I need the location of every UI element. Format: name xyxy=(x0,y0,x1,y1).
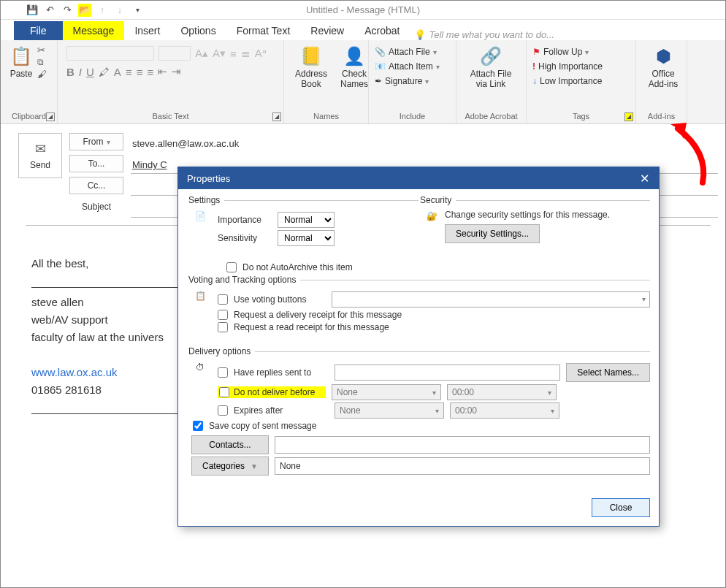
attach-via-link-button[interactable]: 🔗 Attach File via Link xyxy=(461,43,521,91)
not-before-checkbox[interactable] xyxy=(219,387,229,397)
not-before-label: Do not deliver before xyxy=(234,387,324,397)
indent-icon[interactable]: ⇥ xyxy=(172,65,181,78)
from-button[interactable]: From ▾ xyxy=(69,133,123,150)
tab-format-text[interactable]: Format Text xyxy=(226,21,301,40)
signature-icon: ✒ xyxy=(375,76,382,86)
next-icon[interactable]: ↓ xyxy=(113,4,126,17)
high-importance-button[interactable]: !High Importance xyxy=(531,61,604,72)
group-include-label: Include xyxy=(373,110,451,122)
cc-button[interactable]: Cc... xyxy=(69,177,123,194)
security-legend: Security xyxy=(419,195,456,205)
importance-select[interactable]: Normal xyxy=(278,212,335,228)
follow-up-button[interactable]: ⚑Follow Up▾ xyxy=(531,46,590,58)
styles-icon[interactable]: Aᵃ xyxy=(255,47,267,60)
replies-checkbox[interactable] xyxy=(218,367,228,378)
font-color-icon[interactable]: A xyxy=(114,66,121,78)
align-center-icon[interactable]: ≡ xyxy=(137,66,143,78)
replies-input[interactable] xyxy=(335,364,560,381)
tab-review[interactable]: Review xyxy=(300,21,354,40)
not-before-date[interactable]: None▾ xyxy=(332,384,441,400)
underline-icon[interactable]: U xyxy=(86,66,94,78)
contacts-field[interactable] xyxy=(275,436,650,454)
voting-checkbox[interactable] xyxy=(218,294,228,305)
sig-link[interactable]: www.law.ox.ac.uk xyxy=(31,366,118,378)
to-button[interactable]: To... xyxy=(69,155,123,172)
signature-button[interactable]: ✒Signature▾ xyxy=(373,75,430,87)
paperclip-icon: 📎 xyxy=(375,47,386,57)
delivery-receipt-checkbox[interactable] xyxy=(218,310,228,320)
tab-message[interactable]: Message xyxy=(63,21,125,40)
tab-acrobat[interactable]: Acrobat xyxy=(354,21,410,40)
qat-folder-icon[interactable]: 📂 xyxy=(78,4,91,17)
flag-icon: ⚑ xyxy=(532,47,540,57)
addins-icon: ⬢ xyxy=(652,45,675,68)
font-family-select[interactable] xyxy=(66,46,154,61)
properties-dialog: Properties ✕ Settings 📄 Importance Norma… xyxy=(177,167,660,527)
tell-me-search[interactable]: 💡 Tell me what you want to do... xyxy=(414,29,554,40)
expires-checkbox[interactable] xyxy=(218,405,228,416)
tab-file[interactable]: File xyxy=(14,21,63,40)
redo-icon[interactable]: ↷ xyxy=(61,4,74,17)
contacts-button[interactable]: Contacts... xyxy=(191,435,269,454)
read-receipt-checkbox[interactable] xyxy=(218,322,228,332)
highlight-icon[interactable]: 🖍 xyxy=(99,66,110,78)
bold-icon[interactable]: B xyxy=(66,66,74,78)
security-icon: 🔐 xyxy=(419,210,445,243)
save-icon[interactable]: 💾 xyxy=(26,4,39,17)
attach-file-label: Attach File xyxy=(389,47,430,57)
categories-button[interactable]: Categories▼ xyxy=(191,457,269,476)
office-addins-button[interactable]: ⬢ Office Add-ins xyxy=(641,43,686,91)
prev-icon[interactable]: ↑ xyxy=(96,4,109,17)
copy-icon[interactable]: ⧉ xyxy=(37,57,47,67)
tell-me-placeholder: Tell me what you want to do... xyxy=(429,29,554,40)
tab-insert[interactable]: Insert xyxy=(124,21,170,40)
sensitivity-label: Sensitivity xyxy=(218,233,272,243)
low-importance-button[interactable]: ↓Low Importance xyxy=(531,75,603,87)
dialog-close-icon[interactable]: ✕ xyxy=(635,169,653,187)
address-book-label: Address Book xyxy=(293,69,329,90)
group-basictext-label: Basic Text xyxy=(62,110,279,122)
sensitivity-select[interactable]: Normal xyxy=(278,230,335,246)
security-settings-button[interactable]: Security Settings... xyxy=(445,224,540,243)
shrink-font-icon[interactable]: A▾ xyxy=(213,47,226,60)
bullets-icon[interactable]: ≡ xyxy=(230,47,237,60)
tab-options[interactable]: Options xyxy=(170,21,226,40)
settings-legend: Settings xyxy=(187,195,224,205)
to-recipient[interactable]: Mindy C xyxy=(132,159,167,170)
not-before-time[interactable]: 00:00▾ xyxy=(447,384,557,400)
replies-label: Have replies sent to xyxy=(234,367,329,378)
basictext-launcher[interactable]: ◢ xyxy=(272,112,281,121)
autoarchive-checkbox[interactable] xyxy=(226,262,237,272)
numbering-icon[interactable]: ≣ xyxy=(241,47,251,60)
low-importance-icon: ↓ xyxy=(532,76,537,86)
italic-icon[interactable]: I xyxy=(79,66,82,78)
security-desc: Change security settings for this messag… xyxy=(445,210,650,220)
format-painter-icon[interactable]: 🖌 xyxy=(37,69,47,80)
align-left-icon[interactable]: ≡ xyxy=(126,66,132,78)
paste-button[interactable]: 📋 Paste xyxy=(5,43,37,81)
expires-date[interactable]: None▾ xyxy=(335,402,444,419)
attach-item-icon: 📧 xyxy=(375,61,386,72)
save-copy-checkbox[interactable] xyxy=(193,421,203,431)
categories-field[interactable]: None xyxy=(275,457,650,475)
dialog-title: Properties xyxy=(187,173,230,184)
voting-label: Use voting buttons xyxy=(234,294,326,305)
address-book-button[interactable]: 📒 Address Book xyxy=(289,43,334,91)
font-size-select[interactable] xyxy=(158,46,191,61)
outdent-icon[interactable]: ⇤ xyxy=(158,65,167,78)
tags-launcher[interactable]: ◢ xyxy=(624,112,633,121)
select-names-button[interactable]: Select Names... xyxy=(566,363,650,382)
qat-more-icon[interactable]: ▾ xyxy=(131,4,144,17)
grow-font-icon[interactable]: A▴ xyxy=(195,47,208,60)
undo-icon[interactable]: ↶ xyxy=(43,4,56,17)
close-button[interactable]: Close xyxy=(592,498,650,517)
voting-combo[interactable] xyxy=(332,291,650,308)
align-right-icon[interactable]: ≡ xyxy=(147,66,153,78)
attach-item-button[interactable]: 📧Attach Item▾ xyxy=(373,61,441,72)
attach-file-button[interactable]: 📎Attach File▾ xyxy=(373,46,438,58)
expires-time[interactable]: 00:00▾ xyxy=(450,402,559,419)
clipboard-launcher[interactable]: ◢ xyxy=(46,112,55,121)
bulb-icon: 💡 xyxy=(414,29,426,40)
send-button[interactable]: ✉ Send xyxy=(18,133,62,178)
cut-icon[interactable]: ✂ xyxy=(37,45,47,56)
